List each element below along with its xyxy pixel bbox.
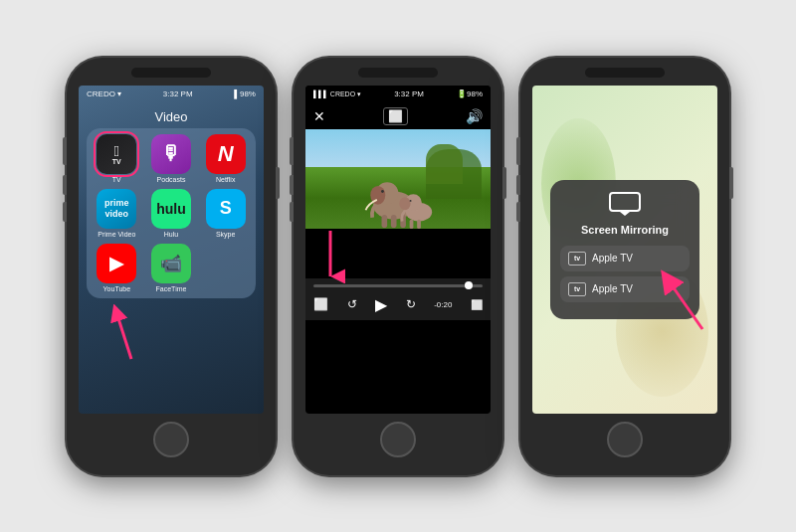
elephant-image: [305, 129, 491, 229]
svg-rect-6: [390, 214, 396, 227]
hulu-label: Hulu: [164, 231, 178, 238]
battery-label: ▌98%: [234, 89, 256, 98]
phone-power-button: [276, 167, 280, 199]
app-podcasts[interactable]: 🎙 Podcasts: [147, 134, 196, 183]
forward-icon[interactable]: ↻: [406, 297, 416, 311]
phone-2-vol-up: [290, 175, 294, 195]
player-middle: [305, 229, 491, 278]
arrow-1: [106, 304, 156, 364]
arrow-3: [628, 245, 707, 334]
mirror-item-1-label: Apple TV: [592, 253, 633, 264]
app-folder:  TV TV 🎙 Podcasts N Netflix: [87, 128, 256, 298]
appletv-label: TV: [112, 176, 121, 183]
phone-2-power: [502, 167, 506, 199]
svg-point-11: [399, 197, 410, 210]
popup-title: Screen Mirroring: [581, 224, 669, 236]
carrier-2: ▌▌▌ CREDO ▾: [313, 90, 361, 98]
phone-1-screen: CREDO ▾ 3:32 PM ▌98% Video  TV TV: [79, 86, 264, 414]
phone-3-power: [729, 167, 733, 199]
svg-line-1: [116, 312, 131, 359]
phone-2: ▌▌▌ CREDO ▾ 3:32 PM 🔋98% ✕ ⬜ 🔊: [294, 58, 502, 475]
phone-1: CREDO ▾ 3:32 PM ▌98% Video  TV TV: [67, 58, 276, 475]
time-label: 3:32 PM: [163, 89, 193, 98]
arrow-down-annotation: [315, 229, 345, 283]
time-remaining: -0:20: [434, 300, 452, 309]
close-icon[interactable]: ✕: [313, 108, 325, 124]
facetime-label: FaceTime: [156, 285, 187, 292]
video-controls: ⬜ ↺ ▶ ↻ -0:20 ⬜: [305, 278, 491, 320]
selected-border: [94, 131, 139, 177]
svg-rect-13: [417, 219, 421, 228]
video-frame: [305, 129, 491, 229]
phone-3-screen: Screen Mirroring tv Apple TV tv Apple TV: [532, 86, 717, 414]
home-button-1[interactable]: [153, 422, 189, 457]
progress-indicator: [465, 281, 473, 289]
app-youtube[interactable]: ▶ YouTube: [93, 244, 141, 292]
phone-3: Screen Mirroring tv Apple TV tv Apple TV: [520, 58, 729, 475]
popup-title-area: Screen Mirroring: [560, 192, 690, 236]
subtitles-icon[interactable]: ⬜: [471, 299, 483, 310]
svg-line-19: [668, 279, 702, 329]
elephants-svg: [324, 154, 473, 229]
app-skype[interactable]: S Skype: [201, 189, 250, 238]
svg-point-14: [409, 199, 411, 201]
progress-bar[interactable]: [313, 284, 483, 287]
phone-3-vol-up: [516, 175, 520, 195]
appletv-icon-1: tv: [568, 252, 586, 266]
app-netflix[interactable]: N Netflix: [201, 134, 250, 183]
mirroring-svg: [609, 192, 641, 216]
status-bar-1: CREDO ▾ 3:32 PM ▌98%: [79, 86, 264, 103]
home-button-3[interactable]: [607, 422, 643, 457]
app-primevideo[interactable]: primevideo Prime Video: [93, 189, 141, 238]
airplay-icon[interactable]: ⬜: [383, 107, 408, 125]
app-facetime[interactable]: 📹 FaceTime: [147, 244, 196, 292]
skype-label: Skype: [216, 231, 235, 238]
playback-controls: ⬜ ↺ ▶ ↻ -0:20 ⬜: [313, 295, 483, 314]
phone-vol-up: [63, 175, 67, 195]
mirroring-icon: [609, 192, 641, 220]
time-2: 3:32 PM: [394, 89, 424, 98]
app-appletv[interactable]:  TV TV: [93, 134, 141, 183]
player-top-controls: ✕ ⬜ 🔊: [305, 103, 491, 129]
phone-3-speaker: [585, 68, 665, 78]
svg-rect-17: [610, 193, 640, 211]
svg-point-8: [381, 190, 384, 193]
svg-rect-5: [381, 214, 387, 227]
app-hulu[interactable]: hulu Hulu: [147, 189, 196, 238]
status-bar-2: ▌▌▌ CREDO ▾ 3:32 PM 🔋98%: [305, 86, 491, 103]
netflix-label: Netflix: [216, 176, 235, 183]
svg-rect-12: [409, 219, 413, 228]
phone-2-speaker: [358, 68, 438, 78]
play-icon[interactable]: ▶: [375, 295, 387, 314]
folder-title: Video: [79, 109, 264, 124]
phone-vol-down: [63, 202, 67, 222]
home-button-2[interactable]: [380, 422, 416, 457]
phone-2-screen: ▌▌▌ CREDO ▾ 3:32 PM 🔋98% ✕ ⬜ 🔊: [305, 86, 491, 414]
appletv-icon-2: tv: [568, 282, 586, 296]
cast-icon[interactable]: ⬜: [313, 297, 328, 311]
primevideo-label: Prime Video: [98, 231, 135, 238]
phone-2-vol-down: [290, 202, 294, 222]
phone-3-vol-down: [516, 202, 520, 222]
mirror-item-2-label: Apple TV: [592, 283, 633, 294]
battery-2: 🔋98%: [457, 89, 483, 98]
rewind-icon[interactable]: ↺: [347, 297, 357, 311]
carrier-label: CREDO ▾: [87, 89, 121, 98]
phone-speaker: [131, 68, 211, 78]
volume-icon[interactable]: 🔊: [466, 108, 483, 124]
podcasts-label: Podcasts: [157, 176, 186, 183]
youtube-label: YouTube: [103, 285, 131, 292]
